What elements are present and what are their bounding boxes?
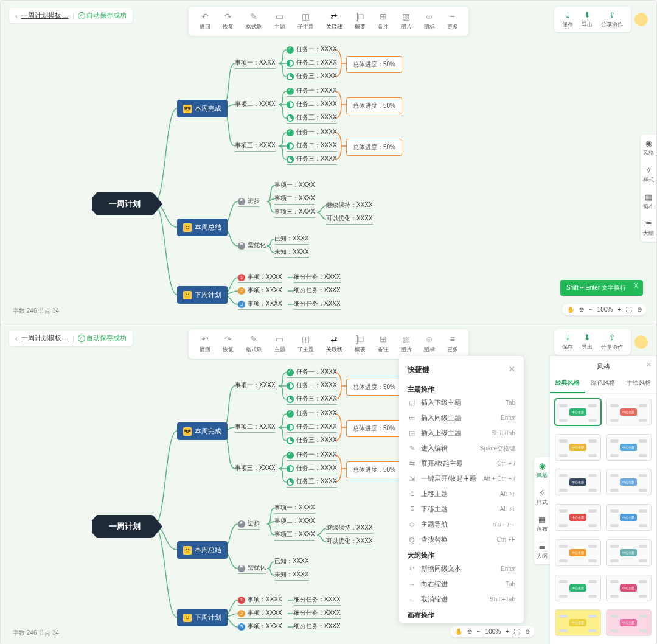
plan-item[interactable]: 2事项：XXXX bbox=[238, 609, 282, 619]
plan-sub[interactable]: 细分任务：XXXX bbox=[294, 609, 341, 619]
task-item[interactable]: 任务三：XXXX bbox=[287, 113, 337, 124]
sub-item[interactable]: 已知：XXXX bbox=[274, 234, 309, 245]
summary-box[interactable]: 总体进度：50% bbox=[346, 139, 402, 156]
emoji-icon: 🙂 bbox=[183, 614, 192, 622]
sub-item[interactable]: 事项三：XXXX bbox=[274, 208, 315, 218]
branch-下周计划[interactable]: 🙂下周计划 bbox=[177, 286, 228, 304]
status-icon bbox=[287, 452, 294, 459]
sub-item[interactable]: 未知：XXXX bbox=[274, 248, 309, 258]
task-item[interactable]: 任务三：XXXX bbox=[287, 394, 337, 405]
style-thumb[interactable]: 中心主题 bbox=[606, 609, 652, 636]
branch-本周完成[interactable]: 😎本周完成 bbox=[177, 422, 228, 440]
summary-box[interactable]: 总体进度：50% bbox=[346, 379, 402, 396]
task-item[interactable]: 任务二：XXXX bbox=[287, 381, 337, 391]
style-thumb[interactable]: 中心主题 bbox=[555, 469, 601, 495]
status-icon bbox=[287, 46, 294, 54]
style-thumb[interactable]: 中心主题 bbox=[606, 399, 652, 425]
status-icon bbox=[287, 142, 294, 150]
branch-本周总结[interactable]: 😊本周总结 bbox=[177, 219, 228, 236]
task-item[interactable]: 任务三：XXXX bbox=[287, 477, 337, 488]
topic-item[interactable]: 事项一：XXXX bbox=[235, 381, 276, 391]
mindmap-root[interactable]: 一周计划 bbox=[97, 192, 153, 215]
plan-sub[interactable]: 细分任务：XXXX bbox=[294, 273, 341, 283]
shortcut-row: ◇主题导航↑/↓/←/→ bbox=[399, 517, 524, 532]
summary-box[interactable]: 总体进度：50% bbox=[346, 461, 402, 478]
topic-item[interactable]: 事项一：XXXX bbox=[235, 58, 276, 69]
subsub-item[interactable]: 可以优化：XXXX bbox=[326, 537, 373, 547]
close-icon[interactable]: ✕ bbox=[509, 365, 515, 375]
plan-item[interactable]: 1事项：XXXX bbox=[238, 595, 282, 606]
subsub-item[interactable]: 继续保持：XXXX bbox=[326, 523, 373, 534]
style-thumb[interactable]: 中心主题 bbox=[606, 434, 652, 461]
plan-sub[interactable]: 细分任务：XXXX bbox=[294, 622, 341, 632]
task-item[interactable]: 任务一：XXXX bbox=[287, 450, 337, 461]
status-icon bbox=[287, 369, 294, 376]
topic-item[interactable]: 事项二：XXXX bbox=[235, 422, 276, 433]
summary-box[interactable]: 总体进度：50% bbox=[346, 420, 402, 437]
plan-item[interactable]: 3事项：XXXX bbox=[238, 622, 282, 632]
style-thumb[interactable]: 中心主题 bbox=[606, 469, 652, 495]
style-thumb[interactable]: 中心主题 bbox=[555, 609, 601, 636]
style-thumb[interactable]: 中心主题 bbox=[606, 575, 652, 601]
row-icon: ↵ bbox=[408, 565, 416, 573]
summary-box[interactable]: 总体进度：50% bbox=[346, 97, 402, 114]
topic-item[interactable]: 事项三：XXXX bbox=[235, 464, 276, 474]
task-item[interactable]: 任务二：XXXX bbox=[287, 464, 337, 474]
task-item[interactable]: 任务三：XXXX bbox=[287, 72, 337, 82]
branch-本周总结[interactable]: 😊本周总结 bbox=[177, 541, 228, 559]
style-tab[interactable]: 手绘风格 bbox=[621, 374, 656, 393]
task-item[interactable]: 任务三：XXXX bbox=[287, 436, 337, 446]
close-icon[interactable]: ✕ bbox=[646, 361, 652, 369]
shortcut-row: ↵新增同级文本Enter bbox=[399, 561, 524, 576]
sub-item[interactable]: 事项三：XXXX bbox=[274, 530, 315, 541]
task-item[interactable]: 任务二：XXXX bbox=[287, 100, 337, 110]
task-item[interactable]: 任务二：XXXX bbox=[287, 422, 337, 433]
status-icon bbox=[287, 410, 294, 418]
subsub-item[interactable]: 继续保持：XXXX bbox=[326, 201, 373, 211]
sub-item[interactable]: 事项二：XXXX bbox=[274, 194, 315, 205]
task-item[interactable]: 任务二：XXXX bbox=[287, 58, 337, 69]
task-item[interactable]: 任务一：XXXX bbox=[287, 45, 337, 55]
plan-item[interactable]: 2事项：XXXX bbox=[238, 286, 282, 296]
style-tab[interactable]: 深色风格 bbox=[585, 374, 620, 393]
style-thumb[interactable]: 中心主题 bbox=[606, 539, 652, 566]
priority-icon: 3 bbox=[238, 623, 245, 631]
row-icon: ◇ bbox=[408, 520, 416, 528]
plan-item[interactable]: 1事项：XXXX bbox=[238, 273, 282, 283]
task-item[interactable]: 任务一：XXXX bbox=[287, 128, 337, 138]
style-thumb[interactable]: 中心主题 bbox=[555, 575, 601, 601]
branch-下周计划[interactable]: 🙂下周计划 bbox=[177, 609, 228, 626]
topic-item[interactable]: 事项三：XXXX bbox=[235, 141, 276, 152]
style-thumb[interactable]: 中心主题 bbox=[555, 539, 601, 566]
topic-item[interactable]: 需优化 bbox=[238, 241, 266, 251]
topic-item[interactable]: 事项二：XXXX bbox=[235, 100, 276, 110]
task-item[interactable]: 任务一：XXXX bbox=[287, 409, 337, 419]
mindmap-root[interactable]: 一周计划 bbox=[97, 515, 153, 538]
task-item[interactable]: 任务三：XXXX bbox=[287, 155, 337, 165]
plan-sub[interactable]: 细分任务：XXXX bbox=[294, 299, 341, 310]
task-item[interactable]: 任务二：XXXX bbox=[287, 141, 337, 152]
style-tab[interactable]: 经典风格 bbox=[550, 374, 585, 393]
sub-item[interactable]: 事项一：XXXX bbox=[274, 181, 315, 191]
plan-item[interactable]: 3事项：XXXX bbox=[238, 299, 282, 310]
plan-sub[interactable]: 细分任务：XXXX bbox=[294, 286, 341, 296]
mindmap-canvas[interactable]: 一周计划😎本周完成事项一：XXXX任务一：XXXX任务二：XXXX任务三：XXX… bbox=[1, 1, 656, 323]
style-thumb[interactable]: 中心主题 bbox=[606, 504, 652, 531]
task-item[interactable]: 任务一：XXXX bbox=[287, 368, 337, 378]
topic-item[interactable]: 需优化 bbox=[238, 564, 266, 574]
topic-item[interactable]: 进步 bbox=[238, 197, 260, 207]
plan-sub[interactable]: 细分任务：XXXX bbox=[294, 595, 341, 606]
sub-item[interactable]: 事项一：XXXX bbox=[274, 503, 315, 514]
sub-item[interactable]: 已知：XXXX bbox=[274, 557, 309, 567]
style-thumb[interactable]: 中心主题 bbox=[555, 399, 601, 425]
sub-item[interactable]: 未知：XXXX bbox=[274, 570, 309, 581]
subsub-item[interactable]: 可以优化：XXXX bbox=[326, 214, 373, 225]
sub-item[interactable]: 事项二：XXXX bbox=[274, 517, 315, 527]
topic-item[interactable]: 进步 bbox=[238, 519, 260, 530]
style-thumb[interactable]: 中心主题 bbox=[555, 434, 601, 461]
summary-box[interactable]: 总体进度：50% bbox=[346, 56, 402, 73]
close-icon[interactable]: X bbox=[634, 282, 638, 289]
task-item[interactable]: 任务一：XXXX bbox=[287, 86, 337, 97]
style-thumb[interactable]: 中心主题 bbox=[555, 504, 601, 531]
branch-本周完成[interactable]: 😎本周完成 bbox=[177, 100, 228, 117]
